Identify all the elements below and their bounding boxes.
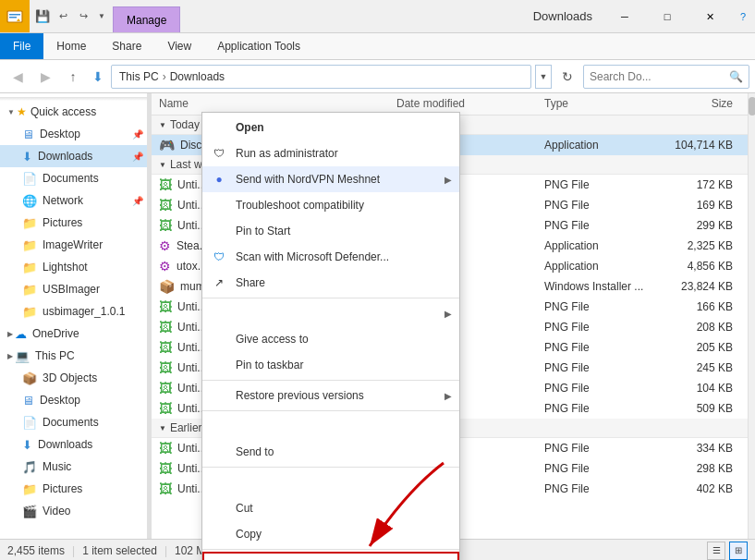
sidebar: ▼ ★ Quick access 🖥 Desktop 📌 ⬇ Downloads… xyxy=(0,93,148,539)
tab-home[interactable]: Home xyxy=(43,33,99,59)
imagewriter-icon: 📁 xyxy=(22,238,37,252)
usbimager-icon: 📁 xyxy=(22,283,37,297)
minimize-button[interactable]: ─ xyxy=(603,0,646,33)
app-icon3: ⚙ xyxy=(159,259,171,274)
sidebar-item-desktop-qa[interactable]: 🖥 Desktop 📌 xyxy=(0,123,147,145)
chevron-right-icon-onedrive: ▶ xyxy=(7,330,13,338)
sidebar-item-pictures[interactable]: 📁 Pictures xyxy=(0,212,147,234)
pin-icon2: 📌 xyxy=(132,152,143,162)
ctx-share[interactable]: ↗ Share xyxy=(202,270,459,296)
sidebar-item-pictures2[interactable]: 📁 Pictures xyxy=(0,478,147,500)
png-icon12: 🖼 xyxy=(159,481,172,496)
svg-rect-2 xyxy=(9,17,17,18)
ctx-give-access[interactable]: ▶ xyxy=(202,300,459,326)
png-icon5: 🖼 xyxy=(159,320,172,335)
sidebar-item-downloads2[interactable]: ⬇ Downloads xyxy=(0,433,147,456)
tab-file[interactable]: File xyxy=(0,33,43,59)
ctx-troubleshoot[interactable]: Troubleshoot compatibility xyxy=(202,192,459,218)
maximize-button[interactable]: □ xyxy=(646,0,688,33)
downloads-crumb-icon: ⬇ xyxy=(89,67,107,86)
save-icon[interactable]: 💾 xyxy=(33,7,52,26)
thispc-icon: 💻 xyxy=(15,349,30,363)
sidebar-item-music[interactable]: 🎵 Music xyxy=(0,456,147,478)
ctx-run-as-admin[interactable]: 🛡 Run as administrator xyxy=(202,140,459,166)
tab-share[interactable]: Share xyxy=(99,33,154,59)
sidebar-item-lightshot[interactable]: 📁 Lightshot xyxy=(0,256,147,278)
sidebar-item-downloads-qa[interactable]: ⬇ Downloads 📌 xyxy=(0,145,147,167)
ctx-defender[interactable]: 🛡 Scan with Microsoft Defender... xyxy=(202,244,459,270)
png-icon9: 🖼 xyxy=(159,401,172,416)
dropdown-path-button[interactable]: ▼ xyxy=(535,65,552,89)
ctx-cut[interactable] xyxy=(202,413,459,439)
3dobjects-icon: 📦 xyxy=(22,371,37,385)
sidebar-item-3dobjects[interactable]: 📦 3D Objects xyxy=(0,367,147,389)
png-icon: 🖼 xyxy=(159,177,172,192)
chevron-down-icon: ▼ xyxy=(7,108,15,116)
sidebar-item-imagewriter[interactable]: 📁 ImageWriter xyxy=(0,234,147,256)
star-icon: ★ xyxy=(17,105,27,118)
scrollbar-track[interactable] xyxy=(748,93,755,539)
ctx-delete[interactable]: Cut xyxy=(202,495,459,521)
music-icon: 🎵 xyxy=(22,460,37,474)
sidebar-item-network[interactable]: 🌐 Network 📌 xyxy=(0,189,147,212)
up-button[interactable]: ↑ xyxy=(61,65,85,89)
share-icon-ctx: ↗ xyxy=(212,275,226,290)
forward-button[interactable]: ▶ xyxy=(33,65,57,89)
context-menu: Open 🛡 Run as administrator ● Send with … xyxy=(201,112,460,560)
chevron-down-today: ▼ xyxy=(159,121,166,129)
ctx-properties[interactable] xyxy=(202,552,459,560)
sidebar-item-documents-qa[interactable]: 📄 Documents xyxy=(0,167,147,189)
address-path[interactable]: This PC › Downloads xyxy=(111,65,531,89)
desktop-icon: 🖥 xyxy=(22,128,34,141)
lightshot-icon: 📁 xyxy=(22,261,37,274)
ctx-sep2 xyxy=(202,380,459,381)
path-sep: › xyxy=(163,70,166,83)
tab-view[interactable]: View xyxy=(154,33,204,59)
col-type-header[interactable]: Type xyxy=(537,93,666,115)
dropdown-icon[interactable]: ▼ xyxy=(94,7,109,26)
png-icon8: 🖼 xyxy=(159,381,172,396)
redo-icon[interactable]: ↪ xyxy=(74,7,92,26)
ctx-send-to[interactable]: Restore previous versions ▶ xyxy=(202,383,459,408)
view-details-button[interactable]: ☰ xyxy=(707,542,725,560)
png-icon6: 🖼 xyxy=(159,340,172,355)
sidebar-item-quick-access[interactable]: ▼ ★ Quick access xyxy=(0,101,147,123)
sidebar-item-video[interactable]: 🎬 Video xyxy=(0,500,147,522)
path-this-pc: This PC xyxy=(119,70,159,83)
ctx-nordvpn[interactable]: ● Send with NordVPN Meshnet ▶ xyxy=(202,166,459,192)
onedrive-icon: ☁ xyxy=(15,327,27,341)
refresh-button[interactable]: ↻ xyxy=(555,65,579,89)
search-input[interactable] xyxy=(590,70,729,83)
png-icon2: 🖼 xyxy=(159,198,172,213)
png-icon11: 🖼 xyxy=(159,461,172,476)
sidebar-item-this-pc[interactable]: ▶ 💻 This PC xyxy=(0,345,147,367)
video-icon: 🎬 xyxy=(22,505,37,518)
tab-manage[interactable]: Manage xyxy=(113,6,180,32)
submenu-arrow-access: ▶ xyxy=(444,309,452,319)
undo-icon[interactable]: ↩ xyxy=(54,7,72,26)
sidebar-item-usbimager[interactable]: 📁 USBImager xyxy=(0,278,147,300)
sidebar-item-usbimager2[interactable]: 📁 usbimager_1.0.1 xyxy=(0,300,147,323)
help-button[interactable]: ? xyxy=(731,0,755,33)
ctx-pin-taskbar[interactable]: Give access to xyxy=(202,326,459,352)
status-count: 2,455 items xyxy=(7,544,65,557)
search-box[interactable]: 🔍 xyxy=(583,65,749,89)
ctx-copy[interactable]: Send to xyxy=(202,439,459,465)
back-button[interactable]: ◀ xyxy=(6,65,30,89)
ctx-pin-start[interactable]: Pin to Start xyxy=(202,218,459,244)
sidebar-item-onedrive[interactable]: ▶ ☁ OneDrive xyxy=(0,323,147,345)
sidebar-item-desktop2[interactable]: 🖥 Desktop xyxy=(0,389,147,411)
ctx-open[interactable]: Open xyxy=(202,115,459,140)
ctx-restore-versions[interactable]: Pin to taskbar xyxy=(202,352,459,378)
sidebar-item-documents2[interactable]: 📄 Documents xyxy=(0,411,147,433)
quick-access-toolbar: 💾 ↩ ↪ ▼ xyxy=(30,0,113,32)
ctx-create-shortcut[interactable] xyxy=(202,469,459,495)
close-button[interactable]: ✕ xyxy=(688,0,731,33)
col-size-header[interactable]: Size xyxy=(666,93,740,115)
view-tiles-button[interactable]: ⊞ xyxy=(729,542,748,560)
status-selected: 1 item selected xyxy=(82,544,157,557)
nordvpn-icon-ctx: ● xyxy=(212,172,226,187)
desktop2-icon: 🖥 xyxy=(22,394,34,408)
tab-app-tools[interactable]: Application Tools xyxy=(204,33,313,59)
ctx-rename[interactable]: Copy xyxy=(202,521,459,547)
